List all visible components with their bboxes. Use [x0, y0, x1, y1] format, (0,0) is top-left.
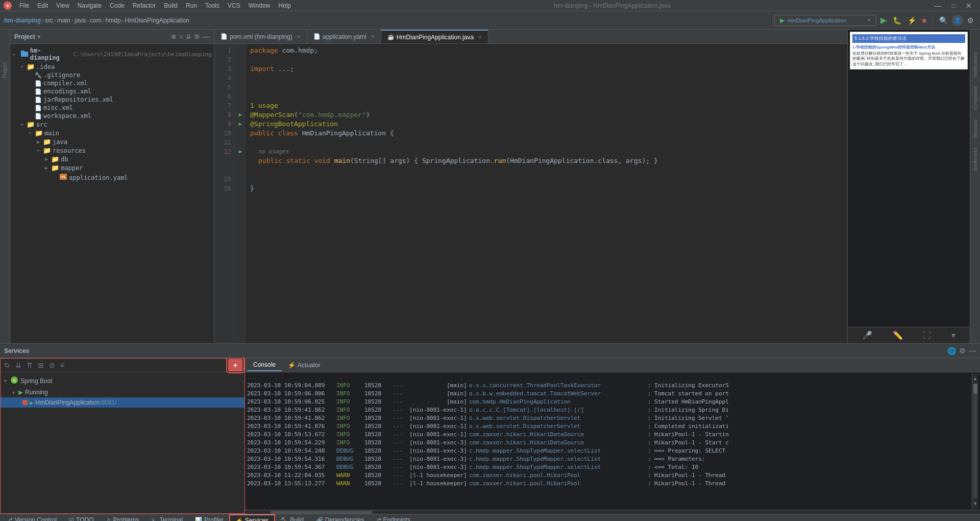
bottom-tab-services[interactable]: ⚡ Services — [230, 514, 275, 521]
services-add-button[interactable]: + — [228, 359, 242, 371]
services-globe-icon[interactable]: 🌐 — [947, 347, 956, 355]
console-content[interactable]: ... 2023-03-10 10:59:04.889 INFO 18528 -… — [245, 372, 980, 510]
bottom-tab-build[interactable]: 🔨 Build — [275, 514, 310, 521]
scrollbar-up-arrow[interactable]: ▲ — [973, 374, 976, 383]
breadcrumb-hmdp[interactable]: hmdp — [106, 17, 121, 24]
panel-settings-icon[interactable]: ⚙ — [194, 33, 200, 40]
bottom-tab-problems[interactable]: ⚠ Problems — [100, 514, 145, 521]
scrollbar-thumb[interactable] — [973, 384, 977, 394]
svc-app-item[interactable]: ▶ HmDianPingApplication :8081/ — [0, 397, 244, 408]
notifications-label[interactable]: Notifications — [972, 50, 979, 79]
toolbar-avatar[interactable]: 👤 — [952, 15, 963, 26]
yaml-close[interactable]: ✕ — [371, 34, 375, 39]
tree-item-src[interactable]: ▾ 📁 src — [10, 120, 214, 129]
app-stop-square — [22, 400, 28, 405]
toolbar-settings-button[interactable]: ⚙ — [965, 15, 976, 26]
bottom-tab-dependencies[interactable]: 🔗 Dependencies — [310, 514, 371, 521]
services-refresh-button[interactable]: ↻ — [2, 360, 12, 370]
tree-item-gitignore[interactable]: 🔧 .gitignore — [10, 71, 214, 79]
ai-assistant-label[interactable]: AI Assistant — [972, 84, 979, 112]
bottom-tab-endpoints[interactable]: ⇄ Endpoints — [371, 514, 416, 521]
menu-tools[interactable]: Tools — [201, 1, 224, 10]
services-expand-all-button[interactable]: ⇊ — [13, 360, 23, 370]
menu-view[interactable]: View — [52, 1, 74, 10]
bottom-tab-profiler[interactable]: 📊 Profiler — [189, 514, 230, 521]
panel-expand-icon[interactable]: ≡ — [179, 33, 183, 40]
services-settings-icon[interactable]: ⚙ — [959, 347, 966, 355]
ai-edit-icon[interactable]: ✏️ — [893, 330, 903, 340]
bottom-tab-todo[interactable]: ☑ TODO — [63, 514, 100, 521]
tree-item-mapper[interactable]: ▶ 📁 mapper — [10, 163, 214, 172]
services-props-button[interactable]: ≡ — [58, 360, 66, 370]
breadcrumb-src[interactable]: src — [45, 17, 53, 24]
run-button-line9[interactable]: ▶ — [235, 120, 246, 129]
maximize-button[interactable]: □ — [947, 1, 961, 10]
breadcrumb-project[interactable]: hm-dianping — [4, 17, 41, 24]
tab-yaml[interactable]: 📄 application.yaml ✕ — [307, 30, 381, 43]
panel-minus-icon[interactable]: — — [203, 33, 210, 41]
services-filter-button[interactable]: ⊘ — [47, 360, 57, 370]
toolbar-run-button[interactable]: ▶ — [878, 14, 889, 26]
minimize-button[interactable]: — — [929, 1, 947, 11]
breadcrumb-main[interactable]: main — [57, 17, 70, 24]
close-button[interactable]: ✕ — [961, 1, 977, 11]
tree-root[interactable]: ▾ hm-dianping C:\Users\24190\IdeaProject… — [10, 46, 214, 62]
tree-item-resources[interactable]: ▾ 📁 resources — [10, 146, 214, 155]
menu-file[interactable]: File — [15, 1, 33, 10]
panel-collapse-icon[interactable]: ⇊ — [186, 33, 191, 40]
menu-navigate[interactable]: Navigate — [74, 1, 106, 10]
services-collapse-all-button[interactable]: ⇈ — [24, 360, 35, 370]
console-tab-actuator[interactable]: ⚡ Actuator — [282, 360, 327, 371]
breadcrumb-com[interactable]: com — [90, 17, 102, 24]
tab-java[interactable]: ☕ HmDianPingApplication.java ✕ — [381, 30, 488, 43]
tree-item-workspace[interactable]: 📄 workspace.xml — [10, 112, 214, 120]
run-button-line8[interactable]: ▶ — [235, 110, 246, 120]
bottom-tab-terminal[interactable]: >_ Terminal — [145, 514, 189, 521]
menu-vcs[interactable]: VCS — [224, 1, 244, 10]
structure-label[interactable]: Structure — [972, 117, 979, 140]
code-line-7: 1 usage — [250, 101, 843, 110]
ai-chevron-down-icon[interactable]: ▾ — [951, 330, 955, 340]
menu-window[interactable]: Window — [244, 1, 275, 10]
toolbar-debug-button[interactable]: 🐛 — [891, 15, 903, 26]
pom-close[interactable]: ✕ — [297, 34, 301, 39]
toolbar-coverage-button[interactable]: ⚡ — [905, 15, 918, 26]
tree-item-java[interactable]: ▶ 📁 java — [10, 137, 214, 146]
scrollbar-down-arrow[interactable]: ▼ — [973, 500, 976, 508]
menu-refactor[interactable]: Refactor — [129, 1, 160, 10]
tab-pom[interactable]: 📄 pom.xml (hm-dianping) ✕ — [214, 30, 307, 43]
menu-run[interactable]: Run — [182, 1, 201, 10]
menu-build[interactable]: Build — [160, 1, 182, 10]
run-button-line11[interactable]: ▶ — [235, 147, 246, 156]
menu-edit[interactable]: Edit — [33, 1, 52, 10]
menu-help[interactable]: Help — [274, 1, 295, 10]
svc-running-item[interactable]: ▾ ▶ Running — [0, 387, 244, 397]
toolbar-search-button[interactable]: 🔍 — [937, 15, 950, 26]
toolbar-stop-button[interactable]: ■ — [920, 15, 928, 26]
tree-item-idea[interactable]: ▾ 📁 .idea — [10, 62, 214, 71]
tree-item-encodings[interactable]: 📄 encodings.xml — [10, 87, 214, 96]
services-close-icon[interactable]: — — [969, 347, 976, 355]
ai-expand-icon[interactable]: ⛶ — [923, 331, 931, 340]
console-h-scrollbar[interactable] — [245, 510, 980, 514]
bookmarks-label[interactable]: Bookmarks — [972, 146, 979, 173]
java-close[interactable]: ✕ — [478, 34, 482, 40]
panel-locate-icon[interactable]: ⊕ — [171, 33, 176, 40]
tree-item-jarrepositories[interactable]: 📄 jarRepositories.xml — [10, 96, 214, 104]
tree-item-misc[interactable]: 📄 misc.xml — [10, 104, 214, 112]
svc-springboot-item[interactable]: ▾ S Spring Boot — [0, 374, 244, 387]
tree-item-appyaml[interactable]: YML application.yaml — [10, 172, 214, 183]
bottom-tab-git[interactable]: ⎇ Version Control — [0, 514, 63, 521]
breadcrumb-class[interactable]: HmDianPingApplication — [125, 17, 189, 24]
run-config-selector[interactable]: ▶ HmDianPingApplication ▾ — [774, 15, 876, 26]
tree-item-main[interactable]: ▾ 📁 main — [10, 129, 214, 137]
project-panel-toggle[interactable]: Project — [1, 60, 9, 80]
tree-item-db[interactable]: ▶ 📁 db — [10, 155, 214, 163]
breadcrumb-java[interactable]: java — [75, 17, 86, 24]
console-scrollbar[interactable]: ▲ ▼ — [972, 373, 978, 509]
menu-code[interactable]: Code — [106, 1, 129, 10]
ai-mic-icon[interactable]: 🎤 — [862, 330, 872, 340]
services-group-button[interactable]: ⊞ — [36, 360, 46, 370]
tree-item-compiler[interactable]: 📄 compiler.xml — [10, 79, 214, 87]
console-tab-console[interactable]: Console — [247, 359, 282, 371]
